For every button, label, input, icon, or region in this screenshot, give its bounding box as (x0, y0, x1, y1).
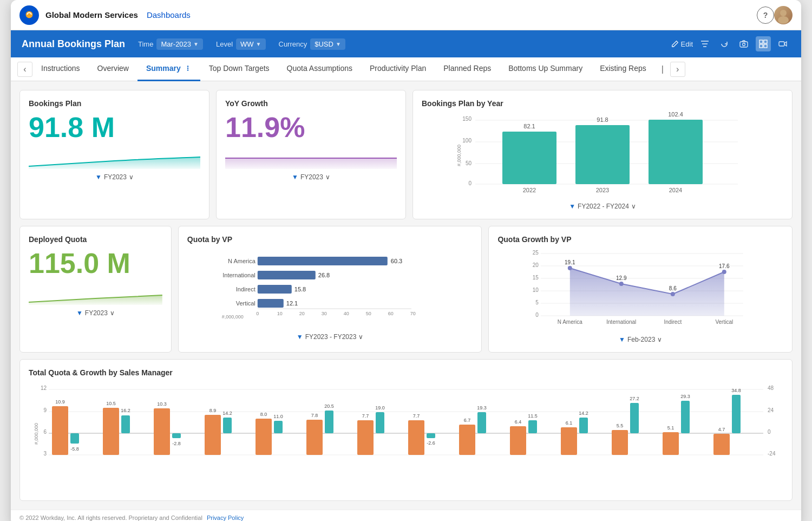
bookings-plan-value: 91.8 M (29, 112, 200, 143)
yoy-growth-footer[interactable]: ▼ FY2023 ∨ (225, 173, 397, 181)
filter-icon-qg: ▼ (619, 336, 625, 343)
svg-rect-117 (376, 412, 384, 433)
quota-growth-title: Quota Growth by VP (497, 235, 783, 244)
svg-rect-93 (70, 433, 79, 444)
tab-quota-assumptions[interactable]: Quota Assumptions (278, 57, 361, 81)
level-value[interactable]: WW ▼ (236, 38, 265, 50)
svg-text:#,000,000: #,000,000 (34, 423, 39, 445)
tab-summary[interactable]: Summary (137, 57, 200, 81)
tab-next-button[interactable]: › (670, 62, 685, 77)
svg-rect-141 (681, 401, 690, 433)
svg-text:102.4: 102.4 (668, 112, 683, 118)
level-filter[interactable]: Level WW ▼ (216, 38, 266, 50)
svg-text:International: International (607, 319, 637, 325)
svg-rect-35 (258, 271, 316, 279)
footer-chevron-qvp-icon: ∨ (358, 333, 363, 341)
svg-text:20: 20 (533, 262, 539, 268)
bookings-by-year-footer[interactable]: ▼ FY2022 - FY2024 ∨ (422, 203, 783, 210)
svg-text:27.2: 27.2 (630, 396, 639, 401)
tab-existing-reps[interactable]: Existing Reps (591, 57, 655, 81)
camera-icon[interactable] (736, 36, 751, 51)
company-name: Global Modern Services (45, 10, 138, 19)
grid-icon[interactable] (756, 36, 771, 51)
svg-text:10.3: 10.3 (157, 401, 167, 407)
svg-rect-143 (713, 434, 730, 455)
edit-button[interactable]: Edit (671, 40, 693, 48)
svg-text:11.5: 11.5 (528, 413, 538, 419)
svg-point-10 (187, 68, 188, 69)
tab-prev-button[interactable]: ‹ (17, 62, 32, 77)
help-icon[interactable]: ? (757, 6, 774, 24)
privacy-policy-link[interactable]: Privacy Policy (207, 515, 244, 521)
svg-text:N America: N America (558, 319, 583, 325)
tab-top-down[interactable]: Top Down Targets (200, 57, 278, 81)
svg-text:19.0: 19.0 (375, 405, 385, 411)
level-label: Level (216, 40, 233, 48)
svg-text:3: 3 (43, 451, 47, 457)
svg-text:0: 0 (768, 429, 771, 435)
svg-point-3 (743, 43, 745, 46)
svg-rect-24 (575, 125, 630, 184)
quota-by-vp-footer[interactable]: ▼ FY2023 - FY2023 ∨ (187, 333, 473, 341)
svg-text:Indirect: Indirect (664, 319, 682, 325)
tab-planned-reps[interactable]: Planned Reps (435, 57, 500, 81)
bookings-plan-footer[interactable]: ▼ FY2023 ∨ (29, 173, 200, 181)
svg-text:26.8: 26.8 (318, 272, 330, 278)
svg-rect-111 (306, 420, 323, 455)
time-chevron-icon: ▼ (193, 41, 199, 47)
svg-text:70: 70 (410, 311, 416, 316)
svg-rect-4 (759, 40, 763, 43)
filter-icon-qvp: ▼ (297, 333, 303, 341)
time-value[interactable]: Mar-2023 ▼ (156, 38, 203, 50)
svg-text:48: 48 (768, 385, 774, 391)
svg-text:40: 40 (344, 311, 349, 316)
svg-text:6.7: 6.7 (464, 418, 471, 423)
svg-point-65 (568, 266, 572, 270)
svg-rect-137 (630, 403, 639, 433)
svg-rect-125 (477, 412, 486, 433)
tab-productivity[interactable]: Productivity Plan (361, 57, 435, 81)
svg-text:Indirect: Indirect (236, 286, 256, 292)
deployed-quota-footer[interactable]: ▼ FY2023 ∨ (29, 309, 162, 317)
svg-text:Vertical: Vertical (236, 300, 256, 307)
filter-icon[interactable] (697, 36, 712, 51)
refresh-icon[interactable] (717, 36, 732, 51)
dashboards-link[interactable]: Dashboards (147, 10, 191, 19)
page-title: Annual Bookings Plan (22, 38, 125, 50)
tab-bottoms-up[interactable]: Bottoms Up Summary (500, 57, 591, 81)
svg-text:5.1: 5.1 (667, 425, 675, 431)
quota-growth-card: Quota Growth by VP 25 20 15 10 5 0 (488, 226, 793, 353)
svg-text:-2.8: -2.8 (172, 441, 181, 446)
currency-value[interactable]: $USD ▼ (310, 38, 345, 50)
time-filter[interactable]: Time Mar-2023 ▼ (138, 38, 203, 50)
bookings-plan-card: Bookings Plan 91.8 M (19, 90, 209, 219)
video-icon[interactable] (775, 36, 790, 51)
header-bar: Annual Bookings Plan Time Mar-2023 ▼ Lev… (11, 30, 801, 57)
svg-text:25: 25 (533, 250, 539, 256)
svg-rect-95 (103, 408, 119, 455)
svg-text:10: 10 (277, 311, 283, 316)
tab-overview[interactable]: Overview (89, 57, 137, 81)
svg-text:2023: 2023 (596, 187, 609, 193)
footer-chevron-qg-icon: ∨ (657, 336, 662, 343)
svg-text:-5.8: -5.8 (70, 446, 79, 452)
tab-overflow-icon[interactable]: | (655, 64, 670, 74)
svg-rect-2 (740, 42, 748, 47)
tab-instructions[interactable]: Instructions (32, 57, 89, 81)
quota-growth-footer[interactable]: ▼ Feb-2023 ∨ (497, 336, 783, 343)
svg-text:7.8: 7.8 (311, 413, 318, 418)
svg-rect-91 (52, 406, 68, 455)
filter-icon-bookings: ▼ (95, 173, 102, 181)
svg-rect-127 (510, 426, 526, 455)
svg-text:14.2: 14.2 (222, 411, 232, 416)
user-avatar[interactable] (774, 6, 793, 24)
svg-text:5.5: 5.5 (617, 423, 624, 428)
svg-rect-119 (408, 420, 424, 455)
svg-text:20: 20 (299, 311, 305, 316)
currency-filter[interactable]: Currency $USD ▼ (279, 38, 345, 50)
quota-by-vp-card: Quota by VP #,000,000 N America 60.3 Int… (178, 226, 482, 353)
svg-text:0: 0 (256, 311, 259, 316)
svg-text:10.9: 10.9 (55, 399, 65, 405)
svg-text:-2.6: -2.6 (427, 440, 435, 446)
deployed-quota-card: Deployed Quota 115.0 M (19, 226, 172, 353)
